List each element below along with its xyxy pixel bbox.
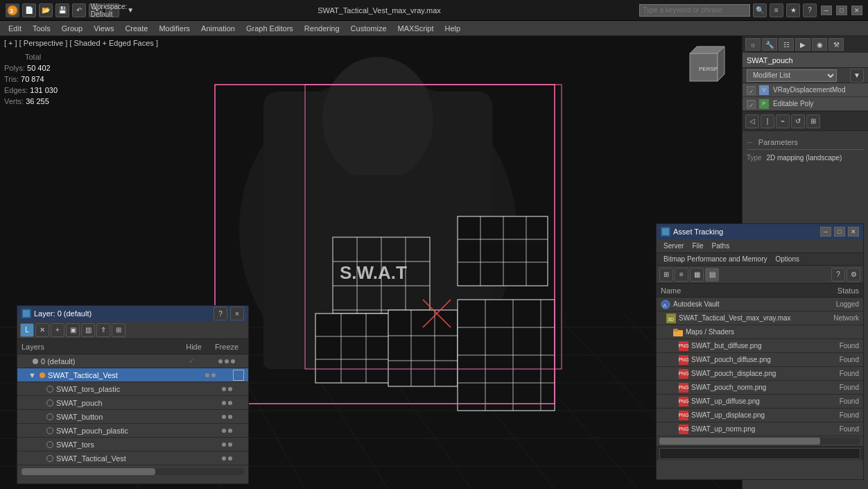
right-tb-btn4[interactable]: ↺ [791,114,805,128]
layer-freeze-val [209,415,244,419]
asset-close-button[interactable]: ✕ [848,227,859,237]
layer-scroll-thumb[interactable] [21,468,155,475]
layer-scrollbar[interactable] [21,468,244,475]
help-button[interactable]: ? [803,3,817,17]
asset-item-png-pouch-diff[interactable]: PNG SWAT_pouch_diffuse.png Found [657,353,863,367]
panel-tab-display2[interactable]: ◉ [812,38,827,51]
svg-text:✓: ✓ [749,102,754,109]
asset-maximize-button[interactable]: □ [834,227,845,237]
panel-tab-hierarchy[interactable]: ☷ [779,38,794,51]
panel-tab-motion[interactable]: ▶ [795,38,810,51]
right-tb-btn5[interactable]: ⊞ [806,114,820,128]
close-button[interactable]: ✕ [851,6,862,15]
menu-group[interactable]: Group [56,21,89,36]
layer-panel: Layer: 0 (default) ? × L ✕ + ▣ ▥ ⇑ ⊞ Lay… [17,305,249,484]
layer-close-button[interactable]: × [230,307,244,320]
asset-tb-help[interactable]: ? [831,268,845,282]
layer-expand: ▼ [28,371,37,379]
layer-item-tactical-vest[interactable]: SWAT_Tactical_Vest [17,452,248,465]
layer-item-tors-plastic[interactable]: SWAT_tors_plastic [17,382,248,396]
asset-menu-server[interactable]: Server [659,241,688,250]
asset-tb-btn1[interactable]: ⊞ [659,268,673,282]
search-button[interactable]: 🔍 [753,3,767,17]
right-tb-btn3[interactable]: ⌁ [776,114,790,128]
right-tb-btn1[interactable]: ◁ [745,114,759,128]
asset-item-png-up-norm[interactable]: PNG SWAT_up_norm.png Found [657,422,863,436]
menu-help[interactable]: Help [440,21,467,36]
menu-modifiers[interactable]: Modifiers [153,21,196,36]
asset-scrollbar[interactable] [659,438,860,445]
layer-item-pouch[interactable]: SWAT_pouch [17,396,248,410]
asset-item-png-but[interactable]: PNG SWAT_but_diffuse.png Found [657,339,863,353]
layer-tb-btn3[interactable]: ⇑ [96,323,110,337]
asset-path-input[interactable] [659,448,860,459]
stats-polys: Polys: 50 402 [4,62,58,74]
layer-item-tors[interactable]: SWAT_tors [17,438,248,452]
filter-button[interactable]: ≡ [770,3,783,17]
menu-views[interactable]: Views [88,21,119,36]
asset-item-png-up-diff[interactable]: PNG SWAT_up_diffuse.png Found [657,395,863,409]
asset-item-maps-folder[interactable]: Maps / Shaders [657,325,863,339]
new-button[interactable]: 📄 [22,3,36,17]
layer-freeze-val [209,387,244,391]
layer-tb-btn4[interactable]: ⊞ [112,323,125,337]
menu-maxscript[interactable]: MAXScript [392,21,440,36]
asset-tb-btn4[interactable]: ▤ [705,268,719,282]
menu-edit[interactable]: Edit [3,21,27,36]
asset-item-png-pouch-norm[interactable]: PNG SWAT_pouch_norm.png Found [657,381,863,395]
modifier-list-dropdown[interactable]: Modifier List [747,69,837,82]
asset-tb-btn2[interactable]: ≡ [675,268,688,282]
modifier-entry-edpoly[interactable]: ✓ P Editable Poly [743,97,868,111]
asset-item-swat-file[interactable]: 3D SWAT_Tactical_Vest_max_vray.max Netwo… [657,311,863,325]
layer-tb-btn1[interactable]: ▣ [66,323,80,337]
layer-tb-delete[interactable]: ✕ [35,323,49,337]
layer-item-button[interactable]: SWAT_button [17,410,248,424]
asset-item-vault[interactable]: A Autodesk Vault Logged [657,298,863,311]
mod-checkbox-edpoly[interactable]: ✓ [747,100,755,108]
edges-label: Edges: [4,86,28,94]
asset-scroll-thumb[interactable] [659,438,820,445]
layer-item-name: SWAT_pouch [56,399,173,407]
menu-rendering[interactable]: Rendering [299,21,345,36]
svg-rect-36 [315,314,392,383]
asset-sub-options[interactable]: Options [772,255,804,264]
workspace-dropdown[interactable]: Workspace: Default ▼ [105,3,119,17]
mod-checkbox-vray[interactable]: ✓ [747,86,755,94]
asset-item-png-pouch-disp[interactable]: PNG SWAT_pouch_displace.png Found [657,367,863,381]
asset-tb-settings[interactable]: ⚙ [847,268,860,282]
maximize-button[interactable]: □ [836,6,847,15]
asset-tb-btn3[interactable]: ▦ [690,268,704,282]
asset-minimize-button[interactable]: ─ [820,227,831,237]
search-input[interactable] [639,4,750,17]
layer-item-swat-tactical-vest[interactable]: ▼ SWAT_Tactical_Vest [17,368,248,382]
open-button[interactable]: 📂 [39,3,53,17]
asset-sub-bitmap[interactable]: Bitmap Performance and Memory [659,255,772,264]
layer-item-pouch-plastic[interactable]: SWAT_pouch_plastic [17,424,248,438]
menu-animation[interactable]: Animation [196,21,241,36]
asset-menu-file[interactable]: File [688,241,707,250]
menu-customize[interactable]: Customize [345,21,392,36]
modifier-entry-vray[interactable]: ✓ V VRayDisplacementMod [743,83,868,97]
right-tb-btn2[interactable]: | [761,114,774,128]
layer-freeze-col-header: Freeze [209,343,244,351]
layer-help-button[interactable]: ? [214,307,227,320]
menu-tools[interactable]: Tools [27,21,56,36]
panel-tab-display[interactable]: ☼ [745,38,761,51]
asset-item-png-up-disp[interactable]: PNG SWAT_up_displace.png Found [657,409,863,422]
layer-tb-btn2[interactable]: ▥ [81,323,95,337]
modifier-list-expand[interactable]: ▼ [850,69,864,83]
modifier-entries: ✓ V VRayDisplacementMod ✓ P Editable Pol… [743,83,868,112]
layer-tb-add[interactable]: + [51,323,64,337]
menu-graph-editors[interactable]: Graph Editors [241,21,299,36]
panel-tab-utilities[interactable]: ⚒ [828,38,844,51]
asset-menu-paths[interactable]: Paths [708,241,734,250]
navigation-cube[interactable]: PERSP [679,43,728,92]
save-button[interactable]: 💾 [55,3,69,17]
fav-button[interactable]: ★ [786,3,800,17]
layer-item-0default[interactable]: 0 (default) ✓ [17,354,248,368]
menu-create[interactable]: Create [119,21,153,36]
undo-button[interactable]: ↶ [72,3,86,17]
asset-item-name-png-up-norm: SWAT_up_norm.png [691,425,808,433]
panel-tab-modify[interactable]: 🔧 [762,38,777,51]
minimize-button[interactable]: ─ [821,6,832,15]
